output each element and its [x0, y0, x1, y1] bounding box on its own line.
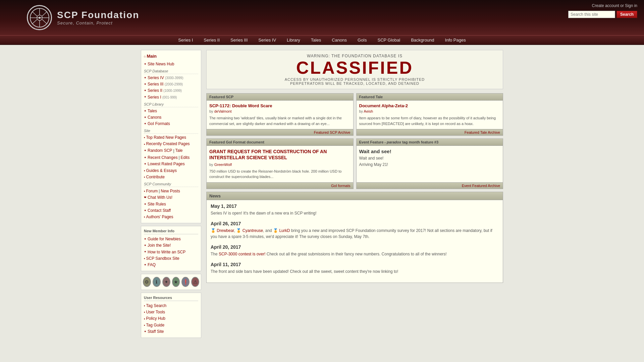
news-text-4: The front and side bars have been update…	[211, 268, 499, 275]
nav-info-pages[interactable]: Info Pages	[440, 36, 471, 45]
nav-series-iv[interactable]: Series IV	[253, 36, 281, 45]
featured-goi-link[interactable]: GRANT REQUEST FOR THE CONSTRUCTION OF AN…	[209, 149, 327, 160]
subtext-2: PERPETRATORS WILL BE TRACKED, LOCATED, A…	[210, 81, 499, 85]
sidebar-item-recently-created[interactable]: Recently Created Pages	[146, 141, 190, 147]
featured-tale-link[interactable]: Document Alpha-Zeta-2	[359, 103, 408, 108]
sidebar-item-faq[interactable]: FAQ	[148, 262, 156, 268]
news-hub-icon: ✦	[144, 62, 147, 67]
cyantreuse-link[interactable]: 🏅 Cyantreuse	[236, 228, 263, 233]
scp3000-link[interactable]: SCP-3000 contest is over!	[219, 252, 265, 256]
sidebar-item-tag-search[interactable]: Tag Search	[146, 303, 167, 309]
svg-line-5	[32, 11, 37, 16]
search-button[interactable]: Search	[616, 11, 637, 18]
featured-scp-title[interactable]: SCP-1172: Double Word Scare	[209, 103, 351, 108]
logo-icon	[27, 5, 52, 30]
icon-badge-row: ⚙ ℹ ✦ ★ ❗ ⚠	[141, 274, 201, 290]
sidebar-item-new-posts[interactable]: New Posts	[161, 188, 180, 194]
sidebar-item-staff-site[interactable]: Staff Site	[148, 328, 164, 335]
join-site-icon: ✦	[144, 243, 147, 248]
nav-bar: Series I Series II Series III Series IV …	[0, 35, 644, 45]
nav-gois[interactable]: GoIs	[352, 36, 372, 45]
nav-background[interactable]: Background	[406, 36, 439, 45]
sidebar-item-main[interactable]: Main	[147, 53, 157, 60]
sidebar: ⌂ Main ✦ Site News Hub SCP Database ✦ Se…	[141, 50, 201, 338]
recent-changes-icon: ✦	[144, 155, 147, 160]
nav-scp-global[interactable]: SCP Global	[372, 36, 406, 45]
sidebar-item-how-to-write[interactable]: How to Write an SCP	[148, 249, 185, 255]
nav-library[interactable]: Library	[281, 36, 306, 45]
sidebar-item-authors-pages[interactable]: Authors' Pages	[146, 214, 173, 220]
bullet8: •	[144, 303, 145, 309]
sidebar-item-site-rules[interactable]: Site Rules	[148, 201, 166, 207]
sidebar-item-series-ii[interactable]: Series II (1000-1999)	[148, 87, 182, 94]
lurkd-link[interactable]: 🏅 LurkD	[273, 228, 290, 233]
svg-point-9	[39, 17, 41, 19]
sign-in-link[interactable]: Sign in	[625, 3, 637, 8]
how-to-write-icon: ✦	[144, 249, 147, 254]
badge-1[interactable]: ⚙	[143, 277, 151, 287]
news-section: News May 1, 2017 Series IV is open! It's…	[206, 192, 503, 283]
sidebar-item-top-rated[interactable]: Top Rated New Pages	[146, 134, 186, 141]
sidebar-item-series-iii[interactable]: Series III (2000-2999)	[148, 81, 183, 87]
sidebar-item-contribute[interactable]: Contribute	[146, 174, 165, 180]
sidebar-item-edits[interactable]: Edits	[181, 155, 190, 161]
featured-grid: Featured SCP SCP-1172: Double Word Scare…	[206, 93, 503, 189]
sidebar-item-tale[interactable]: Tale	[175, 147, 183, 154]
badge-6[interactable]: ⚠	[191, 277, 199, 287]
nav-tales[interactable]: Tales	[306, 36, 326, 45]
sidebar-item-news-hub[interactable]: Site News Hub	[148, 61, 174, 67]
sidebar-item-recent-changes[interactable]: Recent Changes	[148, 155, 177, 161]
featured-goi-author[interactable]: GreenWolf	[214, 163, 232, 167]
sidebar-item-canons[interactable]: Canons	[148, 114, 161, 121]
sidebar-item-user-tools[interactable]: User Tools	[146, 309, 165, 315]
bullet3: •	[144, 168, 145, 174]
badge-3[interactable]: ✦	[162, 277, 170, 287]
nav-series-iii[interactable]: Series III	[225, 36, 253, 45]
badge-5[interactable]: ❗	[181, 277, 190, 287]
svg-line-8	[32, 19, 37, 24]
nav-canons[interactable]: Canons	[326, 36, 352, 45]
sidebar-item-guide-newbies[interactable]: Guide for Newbies	[148, 236, 181, 242]
news-date-1: May 1, 2017	[211, 203, 499, 209]
featured-tale-title[interactable]: Document Alpha-Zeta-2	[359, 103, 500, 108]
featured-event-subtitle: Wait and see!	[359, 156, 500, 161]
faq-icon: ✦	[144, 262, 147, 267]
featured-tale-archive-link[interactable]: Featured Tale Archive	[465, 130, 500, 134]
featured-scp-author[interactable]: deValmont	[214, 109, 232, 113]
featured-tale-author[interactable]: Aeish	[364, 109, 373, 113]
nav-series-ii[interactable]: Series II	[198, 36, 225, 45]
create-account-link[interactable]: Create account	[592, 3, 619, 8]
badge-4[interactable]: ★	[172, 277, 180, 287]
featured-goi-archive-link[interactable]: GoI formats	[331, 184, 350, 188]
drewbear-link[interactable]: 🏅 Drewbear	[211, 228, 234, 233]
featured-event-archive-link[interactable]: Event Featured Archive	[462, 184, 500, 188]
or-separator: or	[620, 3, 624, 8]
sidebar-item-sandbox[interactable]: SCP Sandbox Site	[146, 255, 179, 262]
logo-area: SCP Foundation Secure, Contain, Protect	[27, 5, 139, 30]
sidebar-item-guides[interactable]: Guides & Essays	[146, 168, 177, 174]
featured-scp-link[interactable]: SCP-1172: Double Word Scare	[209, 103, 272, 108]
classified-banner: WARNING: THE FOUNDATION DATABASE IS CLAS…	[206, 50, 503, 89]
sidebar-item-contact-staff[interactable]: Contact Staff	[148, 207, 171, 214]
sidebar-item-tag-guide[interactable]: Tag Guide	[146, 322, 165, 328]
sidebar-item-chat[interactable]: Chat With Us!	[148, 194, 172, 201]
search-input[interactable]	[568, 11, 615, 18]
badge-2[interactable]: ℹ	[153, 277, 161, 287]
featured-scp-archive-link[interactable]: Featured SCP Archive	[314, 130, 351, 134]
sidebar-item-join-site[interactable]: Join the Site!	[148, 242, 171, 249]
bullet4: •	[144, 174, 145, 180]
random-scp-icon: ✦	[144, 148, 147, 153]
sidebar-item-goi-formats[interactable]: GoI Formats	[148, 121, 170, 127]
lowest-rated-icon: ✦	[144, 162, 147, 167]
scp-library-section: SCP Library	[144, 102, 198, 107]
news-entry-4: April 11, 2017 The front and side bars h…	[211, 262, 499, 275]
sidebar-item-series-iv[interactable]: Series IV (3000-3999)	[148, 75, 183, 81]
sidebar-item-forum[interactable]: Forum	[146, 188, 158, 194]
sidebar-item-series-i[interactable]: Series I (001-999)	[148, 94, 177, 101]
sidebar-item-random-scp[interactable]: Random SCP	[148, 147, 172, 154]
sidebar-item-tales[interactable]: Tales	[148, 108, 157, 114]
sidebar-item-lowest-rated[interactable]: Lowest Rated Pages	[148, 161, 185, 167]
nav-series-i[interactable]: Series I	[173, 36, 198, 45]
sidebar-item-policy-hub[interactable]: Policy Hub	[146, 315, 165, 322]
featured-goi-title[interactable]: GRANT REQUEST FOR THE CONSTRUCTION OF AN…	[209, 148, 351, 161]
